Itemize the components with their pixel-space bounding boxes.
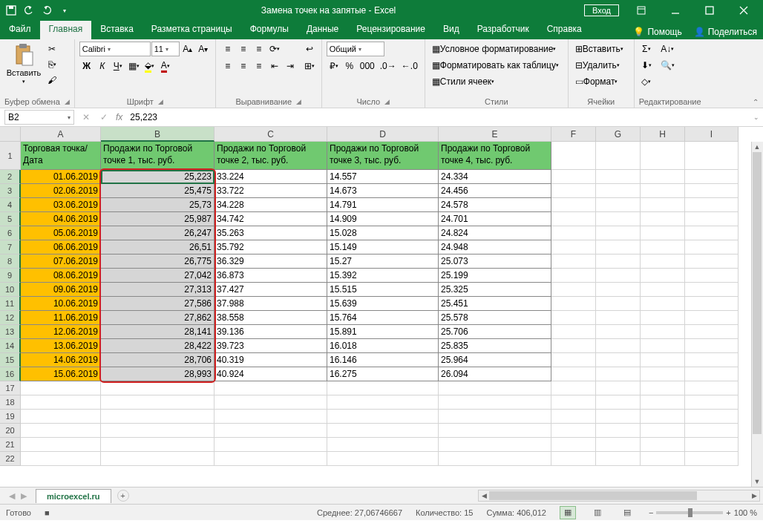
cell[interactable] — [685, 212, 739, 226]
font-color-icon[interactable]: A▾ — [158, 59, 173, 73]
cell[interactable]: 05.06.2019 — [21, 226, 101, 240]
cell[interactable] — [551, 325, 596, 339]
cell[interactable]: 25.706 — [439, 325, 551, 339]
wrap-text-icon[interactable]: ↩ — [302, 42, 317, 56]
row-header[interactable]: 14 — [0, 339, 21, 353]
cell[interactable] — [596, 254, 641, 269]
column-header[interactable]: A — [21, 127, 101, 142]
cell[interactable] — [551, 198, 596, 212]
cell[interactable] — [641, 142, 685, 170]
align-top-icon[interactable]: ≡ — [220, 42, 235, 56]
align-left-icon[interactable]: ≡ — [220, 59, 235, 73]
cell[interactable] — [596, 198, 641, 212]
dialog-launcher-icon[interactable]: ◢ — [158, 98, 163, 105]
ribbon-options-icon[interactable] — [625, 0, 658, 21]
cell[interactable]: 02.06.2019 — [21, 184, 101, 198]
enter-formula-icon[interactable]: ✓ — [95, 110, 113, 125]
cell[interactable]: 28,706 — [101, 353, 215, 367]
cell[interactable]: 14.909 — [327, 212, 439, 226]
cell[interactable]: 28,422 — [101, 339, 215, 353]
fx-icon[interactable]: fx — [116, 112, 122, 122]
cell[interactable] — [685, 311, 739, 325]
cell[interactable]: 27,862 — [101, 311, 215, 325]
dialog-launcher-icon[interactable]: ◢ — [384, 98, 390, 105]
align-bottom-icon[interactable]: ≡ — [252, 42, 266, 56]
add-sheet-icon[interactable]: + — [117, 490, 129, 502]
cell[interactable]: 39.723 — [215, 339, 327, 353]
cell[interactable] — [551, 395, 596, 410]
cell[interactable]: 25,987 — [101, 212, 215, 226]
font-name-combo[interactable]: Calibri▾ — [79, 42, 151, 56]
cell[interactable] — [215, 395, 327, 410]
cell[interactable] — [551, 410, 596, 424]
hscroll-thumb[interactable] — [489, 491, 697, 500]
row-header[interactable]: 22 — [0, 452, 21, 466]
cell[interactable] — [641, 297, 685, 311]
cell[interactable] — [685, 297, 739, 311]
cell[interactable] — [685, 353, 739, 367]
column-header[interactable]: H — [641, 127, 685, 142]
dialog-launcher-icon[interactable]: ◢ — [65, 98, 70, 105]
cell[interactable] — [596, 226, 641, 240]
scroll-thumb[interactable] — [753, 152, 762, 434]
row-header[interactable]: 17 — [0, 381, 21, 395]
tab-home[interactable]: Главная — [40, 21, 92, 39]
cell[interactable] — [641, 410, 685, 424]
column-header[interactable]: C — [215, 127, 327, 142]
name-box[interactable]: B2▾ — [4, 110, 74, 125]
tab-data[interactable]: Данные — [298, 21, 347, 39]
sheet-nav-prev-icon[interactable]: ◀ — [6, 491, 18, 501]
cell[interactable] — [641, 184, 685, 198]
cell[interactable]: Продажи по Торговой точке 3, тыс. руб. — [327, 142, 439, 170]
cell[interactable]: 36.873 — [215, 269, 327, 283]
cell[interactable] — [21, 395, 101, 410]
cell[interactable] — [641, 424, 685, 438]
column-header[interactable]: G — [596, 127, 641, 142]
column-header[interactable]: I — [685, 127, 739, 142]
conditional-formatting-button[interactable]: ▦ Условное форматирование ▾ — [430, 42, 563, 56]
cell[interactable] — [551, 142, 596, 170]
cell[interactable]: Продажи по Торговой точке 1, тыс. руб. — [101, 142, 215, 170]
cell[interactable] — [596, 212, 641, 226]
cell[interactable] — [215, 438, 327, 452]
cell[interactable]: 25,223 — [101, 170, 215, 184]
formula-input[interactable]: 25,223 — [127, 112, 750, 122]
cell[interactable]: 24.456 — [439, 184, 551, 198]
cell[interactable] — [596, 367, 641, 381]
scroll-up-icon[interactable]: ▲ — [752, 142, 762, 152]
bold-button[interactable]: Ж — [79, 59, 94, 73]
row-header[interactable]: 11 — [0, 297, 21, 311]
view-page-layout-icon[interactable]: ▥ — [589, 506, 606, 519]
cell[interactable] — [327, 438, 439, 452]
cell[interactable]: 37.427 — [215, 283, 327, 297]
cell[interactable] — [685, 142, 739, 170]
cell[interactable] — [327, 452, 439, 466]
select-all-button[interactable] — [0, 127, 21, 142]
cell[interactable] — [641, 198, 685, 212]
font-size-combo[interactable]: 11▾ — [151, 42, 180, 56]
cell[interactable] — [596, 381, 641, 395]
tab-file[interactable]: Файл — [0, 21, 40, 39]
cell[interactable] — [215, 452, 327, 466]
cell[interactable]: 15.028 — [327, 226, 439, 240]
delete-cells-button[interactable]: ⊟ Удалить ▾ — [573, 58, 629, 73]
cell[interactable] — [439, 381, 551, 395]
cell[interactable] — [596, 283, 641, 297]
column-header[interactable]: D — [327, 127, 439, 142]
cell[interactable]: 15.149 — [327, 240, 439, 254]
close-icon[interactable] — [727, 0, 760, 21]
cell[interactable]: 35.792 — [215, 240, 327, 254]
cell[interactable] — [551, 212, 596, 226]
cell[interactable] — [439, 452, 551, 466]
cell[interactable] — [641, 381, 685, 395]
zoom-in-icon[interactable]: + — [726, 508, 730, 517]
view-normal-icon[interactable]: ▦ — [560, 506, 576, 519]
cell[interactable]: 27,313 — [101, 283, 215, 297]
cell[interactable] — [596, 339, 641, 353]
view-page-break-icon[interactable]: ▤ — [619, 506, 635, 519]
autosum-icon[interactable]: Σ▾ — [639, 42, 654, 56]
increase-font-icon[interactable]: A▴ — [180, 42, 195, 56]
copy-icon[interactable]: ⎘▾ — [45, 57, 59, 72]
find-select-icon[interactable]: 🔍▾ — [658, 58, 677, 73]
cell[interactable] — [551, 452, 596, 466]
